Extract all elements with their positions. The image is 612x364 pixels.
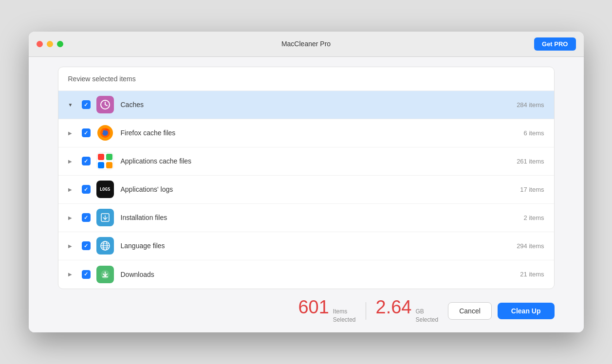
checkbox-downloads[interactable] [82, 270, 91, 279]
traffic-lights [37, 41, 63, 47]
label-firefox: Firefox cache files [121, 129, 524, 137]
label-install: Installation files [121, 214, 524, 221]
icon-caches [96, 96, 114, 113]
icon-downloads [96, 266, 114, 283]
review-panel: Review selected items ▼ Caches 284 items… [58, 67, 555, 289]
window-title: MacCleaner Pro [281, 40, 331, 48]
icon-applogs: LOGS [96, 181, 114, 198]
label-language: Language files [121, 242, 517, 250]
icon-firefox [96, 124, 114, 142]
count-downloads: 21 items [520, 271, 544, 278]
get-pro-button[interactable]: Get PRO [534, 37, 575, 51]
checkbox-applogs[interactable] [82, 185, 91, 194]
svg-rect-7 [106, 162, 112, 168]
cancel-button[interactable]: Cancel [448, 302, 492, 320]
list-item-install[interactable]: ▶ Installation files 2 items [58, 204, 554, 232]
count-install: 2 items [524, 214, 544, 221]
chevron-downloads: ▶ [68, 272, 76, 277]
main-window: MacCleaner Pro Get PRO Review selected i… [29, 32, 584, 333]
items-stat: 601 Items Selected [298, 298, 355, 324]
gb-label: GB Selected [416, 308, 439, 324]
close-button[interactable] [37, 41, 43, 47]
list-item-appcache[interactable]: ▶ Applications cache files 261 items [58, 147, 554, 176]
svg-rect-4 [98, 154, 104, 160]
minimize-button[interactable] [47, 41, 53, 47]
label-appcache: Applications cache files [121, 157, 517, 165]
chevron-firefox: ▶ [68, 130, 76, 136]
list-item-language[interactable]: ▶ Language files 294 items [58, 232, 554, 260]
chevron-language: ▶ [68, 243, 76, 249]
gb-stat: 2.64 GB Selected [376, 298, 439, 324]
count-language: 294 items [517, 242, 544, 250]
icon-install [96, 209, 114, 226]
svg-rect-5 [106, 154, 112, 160]
list-item-firefox[interactable]: ▶ Firefox cache files 6 items [58, 119, 554, 147]
count-firefox: 6 items [524, 129, 544, 137]
checkbox-install[interactable] [82, 213, 91, 222]
chevron-install: ▶ [68, 215, 76, 220]
count-appcache: 261 items [517, 158, 544, 165]
svg-rect-6 [98, 162, 104, 168]
label-caches: Caches [121, 101, 517, 109]
count-applogs: 17 items [520, 186, 544, 193]
footer: 601 Items Selected 2.64 GB Selected Canc… [29, 289, 584, 333]
footer-actions: Cancel Clean Up [448, 302, 554, 320]
list-item-applogs[interactable]: ▶ LOGS Applications' logs 17 items [58, 176, 554, 204]
maximize-button[interactable] [57, 41, 63, 47]
checkbox-caches[interactable] [82, 100, 91, 109]
count-caches: 284 items [517, 101, 544, 109]
content-area: Review selected items ▼ Caches 284 items… [29, 57, 584, 289]
chevron-applogs: ▶ [68, 187, 76, 192]
stats-divider [366, 302, 366, 320]
icon-language [96, 237, 114, 255]
label-downloads: Downloads [121, 271, 520, 278]
titlebar: MacCleaner Pro Get PRO [29, 32, 584, 57]
icon-appcache [96, 152, 114, 170]
items-count: 601 [298, 298, 329, 316]
list-item-caches[interactable]: ▼ Caches 284 items [58, 91, 554, 119]
label-applogs: Applications' logs [121, 185, 520, 193]
checkbox-language[interactable] [82, 241, 91, 250]
gb-count: 2.64 [376, 298, 412, 316]
chevron-caches: ▼ [68, 102, 76, 108]
items-label: Items Selected [333, 308, 356, 324]
chevron-appcache: ▶ [68, 159, 76, 164]
cleanup-button[interactable]: Clean Up [498, 303, 555, 319]
list-item-downloads[interactable]: ▶ Downloads 21 items [58, 260, 554, 289]
checkbox-firefox[interactable] [82, 128, 91, 137]
checkbox-appcache[interactable] [82, 157, 91, 165]
panel-header: Review selected items [58, 67, 554, 91]
